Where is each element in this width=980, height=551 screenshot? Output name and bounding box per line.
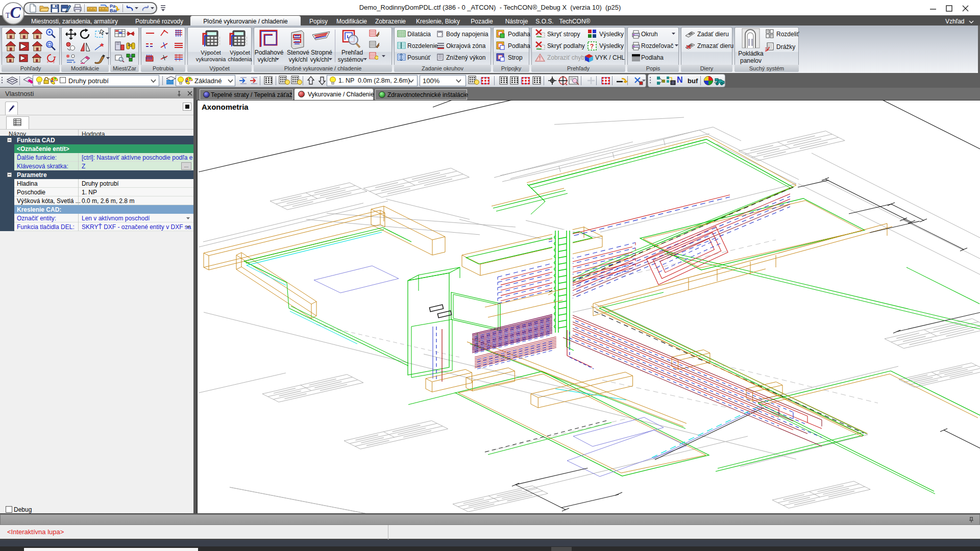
svg-text:x: x [47,60,48,63]
svg-text:!: ! [539,56,541,61]
svg-text:y: y [53,60,55,63]
svg-text:?: ? [590,43,594,50]
svg-text:1: 1 [130,54,132,58]
svg-text:1: 1 [128,43,130,46]
